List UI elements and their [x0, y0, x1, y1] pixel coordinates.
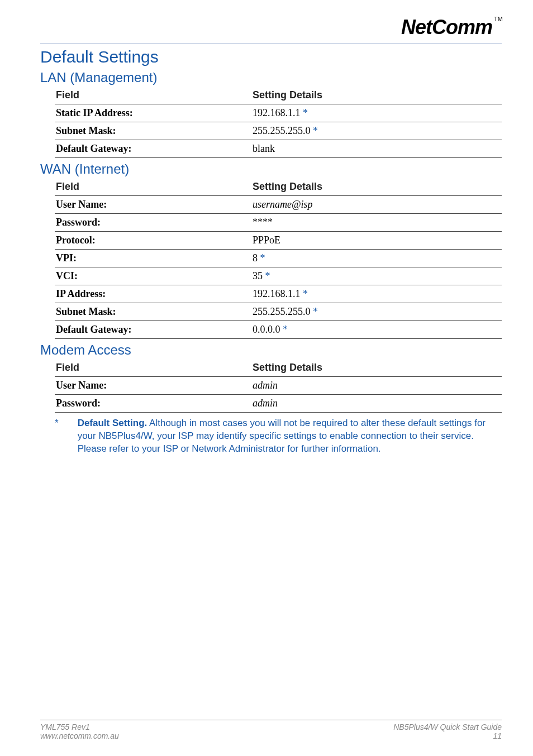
modem-table: Field Setting Details User Name:adminPas… — [55, 359, 502, 413]
footer-divider — [40, 720, 502, 720]
field-label: VCI: — [55, 267, 251, 285]
asterisk-icon: * — [303, 288, 308, 299]
value-text: 255.255.255.0 — [253, 125, 313, 136]
table-header-row: Field Setting Details — [55, 87, 502, 104]
table-row: VPI:8 * — [55, 250, 502, 267]
field-value: 192.168.1.1 * — [251, 285, 502, 303]
field-value: 8 * — [251, 250, 502, 267]
field-label: Subnet Mask: — [55, 122, 251, 140]
footer-page-number: 11 — [393, 731, 502, 740]
value-text: admin — [253, 398, 278, 409]
field-label: IP Address: — [55, 285, 251, 303]
footer-right: NB5Plus4/W Quick Start Guide 11 — [393, 722, 502, 740]
page-title: Default Settings — [40, 47, 502, 66]
table-row: Password:**** — [55, 214, 502, 232]
field-value: **** — [251, 214, 502, 232]
asterisk-icon: * — [313, 125, 318, 136]
field-label: User Name: — [55, 196, 251, 214]
field-value: admin — [251, 395, 502, 413]
logo-tm: TM — [494, 16, 503, 22]
field-label: Password: — [55, 395, 251, 413]
footnote-bold: Default Setting. — [78, 418, 147, 428]
field-label: Default Gateway: — [55, 140, 251, 158]
field-value: 0.0.0.0 * — [251, 321, 502, 339]
col-details: Setting Details — [251, 178, 502, 196]
field-label: User Name: — [55, 377, 251, 395]
value-text: PPPoE — [253, 235, 280, 246]
value-text: username@isp — [253, 199, 313, 210]
field-value: username@isp — [251, 196, 502, 214]
footer-left-1: YML755 Rev1 — [40, 722, 90, 731]
value-text: blank — [253, 143, 275, 154]
field-value: blank — [251, 140, 502, 158]
asterisk-icon: * — [265, 270, 270, 281]
value-text: admin — [253, 380, 278, 391]
brand-logo: NetCommTM — [401, 16, 503, 39]
footer-left: YML755 Rev1 www.netcomm.com.au — [40, 722, 119, 740]
field-value: 255.255.255.0 * — [251, 122, 502, 140]
table-header-row: Field Setting Details — [55, 359, 502, 377]
table-row: Subnet Mask:255.255.255.0 * — [55, 303, 502, 321]
col-field: Field — [55, 178, 251, 196]
field-value: PPPoE — [251, 232, 502, 250]
col-details: Setting Details — [251, 87, 502, 104]
field-value: 192.168.1.1 * — [251, 104, 502, 122]
value-text: 0.0.0.0 — [253, 324, 280, 335]
section-heading-wan: WAN (Internet) — [40, 161, 502, 177]
wan-table: Field Setting Details User Name:username… — [55, 178, 502, 339]
table-row: Protocol:PPPoE — [55, 232, 502, 250]
footer-left-2: www.netcomm.com.au — [40, 731, 119, 740]
col-field: Field — [55, 87, 251, 104]
asterisk-icon: * — [283, 324, 288, 335]
field-value: 35 * — [251, 267, 502, 285]
field-label: Password: — [55, 214, 251, 232]
logo-text: NetComm — [401, 16, 492, 39]
page-footer: YML755 Rev1 www.netcomm.com.au NB5Plus4/… — [0, 720, 533, 740]
value-text: **** — [253, 217, 273, 228]
field-label: Static IP Address: — [55, 104, 251, 122]
section-heading-lan: LAN (Management) — [40, 70, 502, 85]
footer-right-1: NB5Plus4/W Quick Start Guide — [393, 722, 502, 731]
field-value: 255.255.255.0 * — [251, 303, 502, 321]
value-text: 192.168.1.1 — [253, 107, 301, 118]
table-row: Static IP Address:192.168.1.1 * — [55, 104, 502, 122]
field-label: Subnet Mask: — [55, 303, 251, 321]
footnote-marker: * — [55, 417, 59, 456]
value-text: 35 — [253, 270, 263, 281]
lan-table: Field Setting Details Static IP Address:… — [55, 87, 502, 158]
table-row: Password:admin — [55, 395, 502, 413]
footnote: * Default Setting. Although in most case… — [55, 417, 502, 456]
table-row: Subnet Mask:255.255.255.0 * — [55, 122, 502, 140]
footnote-text: Default Setting. Although in most cases … — [78, 417, 502, 456]
table-row: Default Gateway:0.0.0.0 * — [55, 321, 502, 339]
field-label: Default Gateway: — [55, 321, 251, 339]
table-row: IP Address:192.168.1.1 * — [55, 285, 502, 303]
table-header-row: Field Setting Details — [55, 178, 502, 196]
table-row: Default Gateway:blank — [55, 140, 502, 158]
value-text: 8 — [253, 252, 258, 264]
value-text: 255.255.255.0 — [253, 306, 313, 317]
table-row: VCI:35 * — [55, 267, 502, 285]
section-heading-modem: Modem Access — [40, 342, 502, 358]
field-value: admin — [251, 377, 502, 395]
asterisk-icon: * — [303, 107, 308, 118]
col-details: Setting Details — [251, 359, 502, 377]
asterisk-icon: * — [260, 252, 265, 264]
table-row: User Name:admin — [55, 377, 502, 395]
field-label: Protocol: — [55, 232, 251, 250]
col-field: Field — [55, 359, 251, 377]
asterisk-icon: * — [313, 306, 318, 317]
value-text: 192.168.1.1 — [253, 288, 301, 299]
field-label: VPI: — [55, 250, 251, 267]
header-divider — [40, 44, 502, 44]
table-row: User Name:username@isp — [55, 196, 502, 214]
